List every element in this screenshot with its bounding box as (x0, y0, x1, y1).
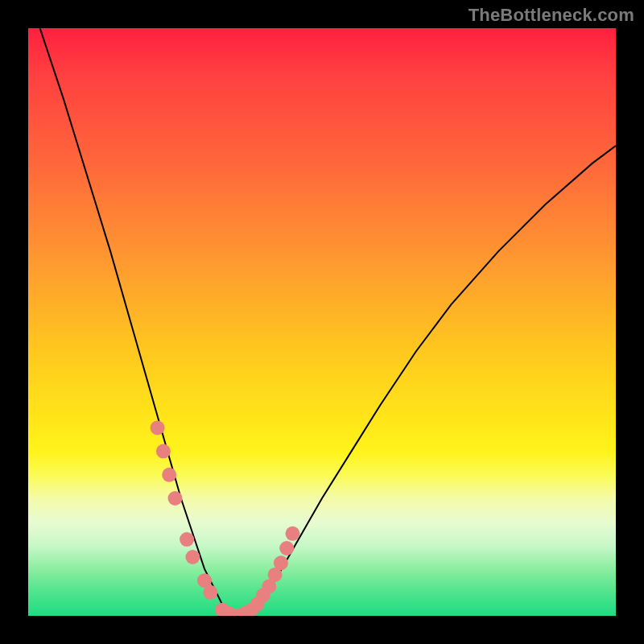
svg-point-3 (168, 491, 183, 506)
svg-point-18 (274, 555, 288, 570)
svg-point-1 (156, 444, 171, 459)
svg-point-4 (180, 532, 194, 547)
svg-point-7 (203, 585, 217, 600)
svg-point-2 (162, 468, 176, 482)
svg-point-0 (151, 420, 165, 435)
chart-frame: TheBottleneck.com (0, 0, 644, 644)
svg-point-19 (279, 541, 294, 555)
threshold-markers (28, 28, 616, 616)
plot-area (28, 28, 616, 616)
watermark-text: TheBottleneck.com (469, 5, 634, 26)
svg-point-20 (286, 526, 300, 541)
svg-point-5 (185, 550, 200, 564)
